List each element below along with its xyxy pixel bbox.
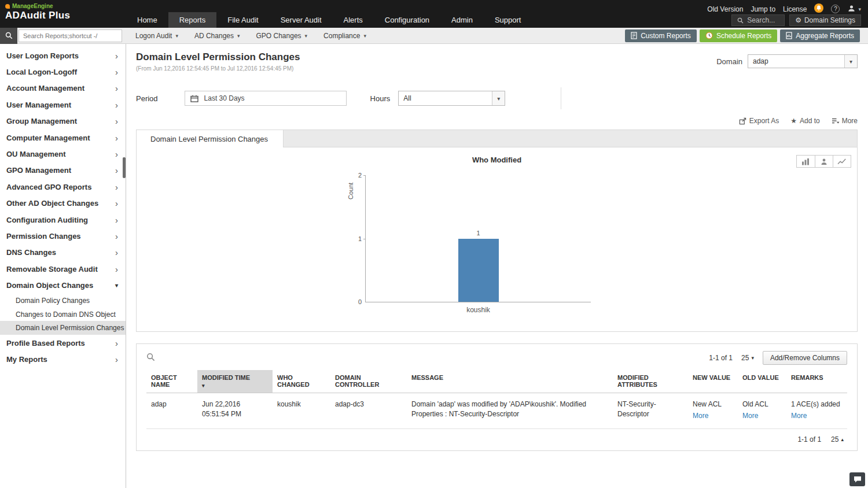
column-header-old-value[interactable]: OLD VALUE bbox=[738, 370, 786, 393]
column-header-modified-time[interactable]: MODIFIED TIME ▾ bbox=[197, 370, 273, 393]
more-button[interactable]: More bbox=[832, 117, 858, 125]
sidebar-item-configuration-auditing[interactable]: Configuration Auditing› bbox=[0, 212, 126, 228]
aggregate-reports-button[interactable]: Aggregate Reports bbox=[780, 29, 860, 42]
nav-reports[interactable]: Reports bbox=[168, 12, 217, 28]
sidebar-subitem-domain-policy-changes[interactable]: Domain Policy Changes bbox=[0, 294, 126, 308]
cell-modified-attributes: NT-Security-Descriptor bbox=[613, 393, 688, 429]
sidebar-item-label: Removable Storage Audit bbox=[6, 265, 115, 273]
remarks-more-link[interactable]: More bbox=[791, 411, 807, 421]
chevron-right-icon: › bbox=[115, 150, 118, 158]
add-to-button[interactable]: ★ Add to bbox=[790, 117, 819, 125]
nav-support[interactable]: Support bbox=[484, 12, 532, 28]
sidebar-item-dns-changes[interactable]: DNS Changes› bbox=[0, 245, 126, 261]
chevron-right-icon: › bbox=[115, 84, 118, 93]
sidebar-item-gpo-management[interactable]: GPO Management› bbox=[0, 162, 126, 179]
chat-bubble-icon bbox=[854, 476, 862, 483]
sidebar-item-user-management[interactable]: User Management› bbox=[0, 97, 126, 113]
sidebar-item-computer-management[interactable]: Computer Management› bbox=[0, 130, 126, 146]
clock-icon bbox=[705, 32, 713, 39]
custom-reports-label: Custom Reports bbox=[641, 32, 691, 40]
chart-group-by-user-button[interactable] bbox=[815, 156, 833, 167]
y-tick-1: 1 bbox=[358, 235, 362, 242]
report-search-input[interactable] bbox=[19, 29, 122, 42]
column-header-object-name[interactable]: OBJECT NAME bbox=[146, 370, 197, 393]
app-logo[interactable]: ManageEngine ADAudit Plus bbox=[0, 0, 126, 28]
remarks-text: 1 ACE(s) added bbox=[791, 400, 840, 408]
tick-mark bbox=[363, 239, 366, 239]
chart-type-line-button[interactable] bbox=[833, 156, 851, 167]
menu-gpo-changes[interactable]: GPO Changes▾ bbox=[248, 28, 316, 44]
domain-settings-button[interactable]: ⚙ Domain Settings bbox=[789, 14, 861, 26]
user-account-menu[interactable]: ▾ bbox=[847, 4, 861, 14]
nav-server-audit[interactable]: Server Audit bbox=[270, 12, 333, 28]
column-header-new-value[interactable]: NEW VALUE bbox=[688, 370, 738, 393]
sidebar-item-label: GPO Management bbox=[6, 166, 115, 175]
search-icon bbox=[5, 32, 13, 39]
sidebar-item-ou-management[interactable]: OU Management› bbox=[0, 146, 126, 162]
domain-label: Domain bbox=[716, 57, 742, 66]
table-search-icon[interactable] bbox=[146, 353, 155, 364]
nav-admin[interactable]: Admin bbox=[440, 12, 484, 28]
column-header-remarks[interactable]: REMARKS bbox=[786, 370, 847, 393]
page-size-select[interactable]: 25 ▾ bbox=[741, 354, 754, 362]
license-link[interactable]: License bbox=[783, 5, 807, 13]
utility-row: Old Version Jump to License ? ▾ bbox=[707, 3, 861, 14]
cell-old-value: Old ACL More bbox=[738, 393, 786, 429]
schedule-reports-button[interactable]: Schedule Reports bbox=[700, 29, 777, 42]
new-value-more-link[interactable]: More bbox=[693, 411, 708, 421]
hours-select[interactable]: All ▾ bbox=[398, 91, 505, 106]
chart-type-bar-button[interactable] bbox=[797, 156, 815, 167]
menu-compliance[interactable]: Compliance▾ bbox=[315, 28, 374, 44]
sidebar-item-removable-storage-audit[interactable]: Removable Storage Audit› bbox=[0, 261, 126, 277]
period-picker[interactable]: Last 30 Days bbox=[185, 91, 347, 106]
old-version-link[interactable]: Old Version bbox=[707, 5, 743, 13]
help-icon[interactable]: ? bbox=[831, 5, 840, 13]
main-nav: Home Reports File Audit Server Audit Ale… bbox=[126, 0, 532, 28]
export-as-button[interactable]: Export As bbox=[739, 117, 779, 125]
tab-domain-level-permission-changes[interactable]: Domain Level Permission Changes bbox=[137, 130, 284, 147]
domain-selector: Domain adap ▾ bbox=[716, 54, 858, 68]
sidebar-item-group-management[interactable]: Group Management› bbox=[0, 113, 126, 130]
sidebar-item-local-logon-logoff[interactable]: Local Logon-Logoff› bbox=[0, 64, 126, 80]
sidebar-scrollbar[interactable] bbox=[123, 157, 126, 178]
notifications-bell-icon[interactable] bbox=[814, 3, 823, 14]
chevron-right-icon: › bbox=[115, 265, 118, 273]
menu-logon-audit[interactable]: Logon Audit▾ bbox=[127, 28, 186, 44]
sidebar-subitem-domain-level-permission-changes[interactable]: Domain Level Permission Changes bbox=[0, 321, 126, 335]
report-search-button[interactable] bbox=[0, 28, 17, 44]
nav-file-audit[interactable]: File Audit bbox=[216, 12, 269, 28]
column-header-domain-controller[interactable]: DOMAIN CONTROLLER bbox=[330, 370, 407, 393]
sidebar-item-permission-changes[interactable]: Permission Changes› bbox=[0, 228, 126, 244]
chevron-right-icon: › bbox=[115, 101, 118, 109]
table-toolbar: 1-1 of 1 25 ▾ Add/Remove Columns bbox=[146, 349, 847, 367]
sidebar-item-account-management[interactable]: Account Management› bbox=[0, 80, 126, 97]
sidebar-item-advanced-gpo-reports[interactable]: Advanced GPO Reports› bbox=[0, 179, 126, 195]
chevron-down-icon: ▾ bbox=[751, 355, 754, 361]
nav-configuration[interactable]: Configuration bbox=[374, 12, 440, 28]
domain-select[interactable]: adap ▾ bbox=[748, 54, 858, 68]
sidebar-item-user-logon-reports[interactable]: User Logon Reports› bbox=[0, 47, 126, 64]
hours-label: Hours bbox=[370, 94, 391, 103]
jump-to-link[interactable]: Jump to bbox=[751, 5, 775, 13]
sidebar-item-domain-object-changes[interactable]: Domain Object Changes▾ bbox=[0, 277, 126, 293]
nav-alerts[interactable]: Alerts bbox=[333, 12, 374, 28]
chevron-right-icon: › bbox=[115, 232, 118, 241]
column-header-who-changed[interactable]: WHO CHANGED bbox=[273, 370, 330, 393]
report-header: Domain Level Permission Changes (From Ju… bbox=[136, 51, 858, 72]
nav-home[interactable]: Home bbox=[126, 12, 168, 28]
old-value-more-link[interactable]: More bbox=[742, 411, 758, 421]
sidebar-subitem-changes-to-domain-dns-object[interactable]: Changes to Domain DNS Object bbox=[0, 308, 126, 321]
sidebar-item-other-ad-object-changes[interactable]: Other AD Object Changes› bbox=[0, 195, 126, 212]
sidebar-item-profile-based-reports[interactable]: Profile Based Reports› bbox=[0, 335, 126, 351]
custom-reports-button[interactable]: Custom Reports bbox=[625, 29, 697, 42]
chevron-down-icon: ▾ bbox=[492, 91, 505, 105]
chart-bar[interactable] bbox=[458, 239, 499, 302]
feedback-chat-button[interactable] bbox=[849, 472, 865, 486]
global-search-input[interactable]: Search... bbox=[731, 14, 785, 26]
add-remove-columns-button[interactable]: Add/Remove Columns bbox=[763, 351, 847, 365]
column-header-message[interactable]: MESSAGE bbox=[407, 370, 613, 393]
column-header-modified-attributes[interactable]: MODIFIED ATTRIBUTES bbox=[613, 370, 688, 393]
page-size-select-bottom[interactable]: 25 ▴ bbox=[831, 435, 844, 443]
sidebar-item-my-reports[interactable]: My Reports› bbox=[0, 352, 126, 368]
menu-ad-changes[interactable]: AD Changes▾ bbox=[186, 28, 248, 44]
